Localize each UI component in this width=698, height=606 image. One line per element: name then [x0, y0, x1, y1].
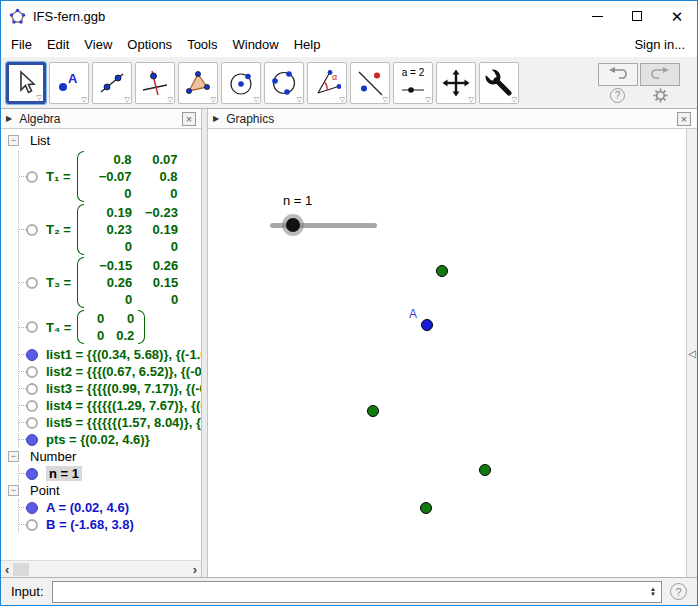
visibility-toggle[interactable]: [26, 434, 38, 446]
reflect-tool[interactable]: ▽: [350, 62, 390, 104]
algebra-item-t1[interactable]: T₁ = 0.80.07 −0.070.8 00: [19, 151, 201, 202]
slider-tool[interactable]: a = 2 ▽: [393, 62, 433, 104]
svg-text:α: α: [332, 72, 337, 82]
visibility-toggle[interactable]: [26, 224, 38, 236]
visibility-toggle[interactable]: [26, 277, 38, 289]
collapse-panel-icon[interactable]: ◁: [688, 348, 696, 359]
help-button[interactable]: ?: [610, 88, 625, 103]
input-help-button[interactable]: ?: [670, 583, 687, 600]
algebra-item-list1[interactable]: list1 = {{(0.34, 5.68)}, {(-1.05: [19, 346, 201, 363]
dropdown-icon[interactable]: ▽: [82, 96, 87, 103]
algebra-item-list2[interactable]: list2 = {{{(0.67, 6.52)}, {(-0.6: [19, 363, 201, 380]
circle-three-points-tool[interactable]: ▽: [264, 62, 304, 104]
algebra-section-point: − Point A = (0.02, 4.6) B = (-1.68, 3.8): [1, 482, 201, 533]
redo-button[interactable]: [640, 63, 680, 86]
maximize-button[interactable]: [617, 1, 657, 31]
visibility-toggle[interactable]: [26, 366, 38, 378]
perpendicular-line-tool[interactable]: ▽: [135, 62, 175, 104]
algebra-item-list5[interactable]: list5 = {{{{{{(1.57, 8.04)}, {(0: [19, 414, 201, 431]
undo-button[interactable]: [598, 63, 638, 86]
panel-menu-arrow-icon[interactable]: ▶: [213, 114, 219, 123]
polygon-tool[interactable]: ▽: [178, 62, 218, 104]
algebra-panel-title: Algebra: [19, 112, 60, 126]
line-icon: [98, 69, 126, 97]
command-input[interactable]: [53, 582, 646, 602]
menu-view[interactable]: View: [84, 37, 112, 52]
algebra-item-point-b[interactable]: B = (-1.68, 3.8): [19, 516, 201, 533]
algebra-horizontal-scrollbar[interactable]: ‹ ›: [1, 560, 201, 577]
move-graphics-view-tool[interactable]: ▽: [436, 62, 476, 104]
dropdown-icon[interactable]: ▽: [383, 96, 388, 103]
graphics-canvas[interactable]: n = 1 A: [208, 129, 686, 577]
dropdown-icon[interactable]: ▽: [340, 96, 345, 103]
menu-bar: File Edit View Options Tools Window Help…: [1, 31, 697, 57]
algebra-item-point-a[interactable]: A = (0.02, 4.6): [19, 499, 201, 516]
panel-divider[interactable]: [201, 109, 208, 577]
collapse-icon[interactable]: −: [8, 485, 19, 496]
algebra-tree: − List T₁ = 0.80.07 −0.070.8 00: [1, 129, 201, 560]
visibility-toggle[interactable]: [26, 321, 38, 333]
side-panel-strip: ◁: [686, 129, 697, 577]
algebra-item-pts[interactable]: pts = {(0.02, 4.6)}: [19, 431, 201, 448]
svg-text:A: A: [68, 71, 78, 86]
settings-gear-icon[interactable]: [653, 88, 668, 103]
scrollbar-thumb[interactable]: [13, 563, 29, 576]
dropdown-icon[interactable]: ▽: [426, 96, 431, 103]
slider-n-knob[interactable]: [282, 214, 304, 236]
dropdown-icon[interactable]: ▽: [512, 96, 517, 103]
algebra-item-t4[interactable]: T₄ = 00 00.2: [19, 310, 201, 344]
move-tool[interactable]: ▽: [6, 62, 46, 104]
algebra-item-t2[interactable]: T₂ = 0.19−0.23 0.230.19 00: [19, 204, 201, 255]
help-icon: ?: [675, 586, 681, 598]
point-tool[interactable]: A ▽: [49, 62, 89, 104]
sign-in-link[interactable]: Sign in...: [634, 37, 685, 52]
visibility-toggle[interactable]: [26, 417, 38, 429]
matrix-value: 0.19−0.23 0.230.19 00: [77, 204, 178, 255]
algebra-close-button[interactable]: ×: [182, 112, 196, 126]
collapse-icon[interactable]: −: [8, 451, 19, 462]
graphics-close-button[interactable]: ×: [677, 112, 691, 126]
algebra-item-list4[interactable]: list4 = {{{{{(1.29, 7.67)}, {(0.: [19, 397, 201, 414]
dropdown-icon[interactable]: ▽: [168, 96, 173, 103]
visibility-toggle[interactable]: [26, 502, 38, 514]
dropdown-icon[interactable]: ▽: [469, 96, 474, 103]
menu-edit[interactable]: Edit: [47, 37, 69, 52]
dropdown-icon[interactable]: ▽: [297, 96, 302, 103]
menu-help[interactable]: Help: [294, 37, 321, 52]
dropdown-icon[interactable]: ▽: [254, 96, 259, 103]
slider-value-label: n = 1: [283, 193, 312, 208]
section-row-list[interactable]: − List: [1, 132, 201, 149]
close-button[interactable]: ✕: [657, 1, 697, 31]
algebra-item-n[interactable]: n = 1: [19, 465, 201, 482]
scroll-right-icon[interactable]: ›: [189, 563, 201, 576]
visibility-toggle[interactable]: [26, 383, 38, 395]
menu-file[interactable]: File: [11, 37, 32, 52]
scroll-left-icon[interactable]: ‹: [1, 563, 13, 576]
visibility-toggle[interactable]: [26, 519, 38, 531]
title-bar: IFS-fern.ggb ✕: [1, 1, 697, 31]
section-row-number[interactable]: − Number: [1, 448, 201, 465]
angle-tool[interactable]: α ▽: [307, 62, 347, 104]
visibility-toggle[interactable]: [26, 349, 38, 361]
panel-menu-arrow-icon[interactable]: ▶: [6, 114, 12, 123]
minimize-button[interactable]: [577, 1, 617, 31]
customize-toolbar-tool[interactable]: ▽: [479, 62, 519, 104]
polygon-icon: [184, 69, 212, 97]
algebra-item-list3[interactable]: list3 = {{{{(0.99, 7.17)}, {(-0.: [19, 380, 201, 397]
dropdown-icon[interactable]: ▽: [211, 96, 216, 103]
visibility-toggle[interactable]: [26, 400, 38, 412]
visibility-toggle[interactable]: [26, 468, 38, 480]
menu-tools[interactable]: Tools: [187, 37, 217, 52]
algebra-item-t3[interactable]: T₃ = −0.150.26 0.260.15 00: [19, 257, 201, 308]
menu-options[interactable]: Options: [127, 37, 172, 52]
menu-window[interactable]: Window: [232, 37, 278, 52]
graph-point-a[interactable]: [421, 319, 433, 331]
circle-with-center-tool[interactable]: ▽: [221, 62, 261, 104]
collapse-icon[interactable]: −: [8, 135, 19, 146]
dropdown-icon[interactable]: ▽: [125, 96, 130, 103]
input-history-spinner[interactable]: ▲ ▼: [645, 587, 661, 597]
line-tool[interactable]: ▽: [92, 62, 132, 104]
section-row-point[interactable]: − Point: [1, 482, 201, 499]
visibility-toggle[interactable]: [26, 171, 38, 183]
dropdown-icon[interactable]: ▽: [37, 94, 42, 101]
